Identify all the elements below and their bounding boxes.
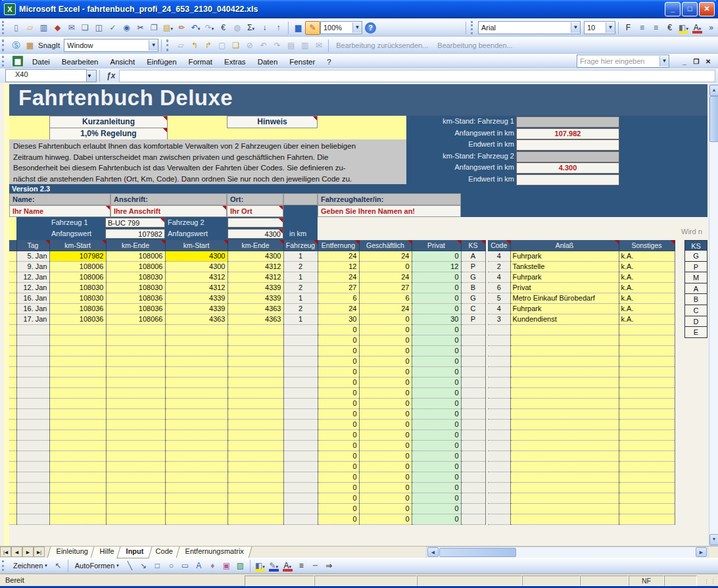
cell[interactable] — [488, 514, 510, 524]
cell[interactable] — [510, 451, 619, 461]
cell[interactable]: 0 — [359, 366, 412, 377]
cell[interactable]: 0 — [359, 440, 412, 451]
cell[interactable]: 30 — [318, 314, 359, 324]
cell[interactable] — [16, 482, 49, 493]
permissions-icon[interactable]: ◆ — [51, 22, 64, 34]
cell[interactable]: 4 — [488, 272, 510, 282]
cell[interactable] — [106, 461, 165, 472]
cell[interactable]: 0 — [412, 493, 461, 503]
column-header[interactable]: Anlaß — [510, 240, 619, 251]
cell[interactable] — [619, 366, 675, 377]
cell[interactable]: 4300 — [165, 251, 227, 261]
cell[interactable] — [461, 493, 485, 503]
cell[interactable] — [461, 345, 485, 356]
cell[interactable]: 0 — [359, 503, 412, 514]
cell[interactable] — [488, 387, 510, 398]
menu-fenster[interactable]: Fenster — [283, 56, 321, 68]
menu-ansicht[interactable]: Ansicht — [104, 56, 141, 68]
font-name-select[interactable]: Arial ▼ — [478, 21, 581, 34]
cell[interactable]: 24 — [359, 272, 412, 282]
cell[interactable]: 4312 — [227, 261, 283, 272]
cell[interactable] — [106, 366, 165, 377]
cell[interactable]: 24 — [318, 251, 359, 261]
cell[interactable]: 0 — [318, 461, 359, 472]
diagram-icon[interactable]: ♦ — [206, 560, 220, 572]
cell[interactable] — [49, 493, 106, 503]
cell[interactable] — [165, 493, 227, 503]
cell[interactable] — [510, 482, 619, 493]
cell[interactable] — [619, 482, 675, 493]
font-size-select[interactable]: 10 ▼ — [584, 21, 615, 34]
cell[interactable]: 30 — [412, 314, 461, 324]
column-header[interactable]: km-Start — [165, 240, 227, 251]
cell[interactable] — [227, 503, 283, 514]
save-copy-icon[interactable]: ▥ — [298, 39, 312, 52]
ks-legend-cell[interactable]: G — [684, 251, 707, 262]
cell[interactable]: 4363 — [227, 314, 283, 324]
cell[interactable] — [283, 345, 318, 356]
cell[interactable] — [49, 514, 106, 524]
cell[interactable] — [619, 493, 675, 503]
empty-header-cell[interactable] — [283, 193, 318, 205]
menu-format[interactable]: Format — [183, 56, 218, 68]
font-color-icon[interactable]: A▾ — [690, 22, 704, 34]
cell[interactable] — [488, 345, 510, 356]
cell[interactable]: 0 — [412, 419, 461, 429]
textbox-icon[interactable]: ▭ — [178, 560, 192, 572]
cell[interactable]: 0 — [412, 303, 461, 314]
cell[interactable] — [49, 472, 106, 482]
cell[interactable]: k.A. — [619, 272, 675, 282]
cell[interactable]: 4312 — [165, 272, 227, 282]
cell[interactable] — [488, 429, 510, 440]
cell[interactable]: 0 — [359, 472, 412, 482]
cell[interactable]: 0 — [318, 398, 359, 408]
cell[interactable] — [165, 503, 227, 514]
minimize-button[interactable]: _ — [665, 2, 681, 16]
menu-datei[interactable]: Datei — [26, 56, 56, 68]
undo-icon[interactable]: ↶▾ — [189, 22, 203, 34]
cell[interactable] — [165, 366, 227, 377]
strip-cell[interactable] — [9, 366, 16, 377]
cell[interactable]: 108036 — [49, 314, 106, 324]
cell[interactable] — [283, 377, 318, 387]
autosum-icon[interactable]: Σ▾ — [244, 22, 258, 34]
cell[interactable] — [488, 503, 510, 514]
vertical-scrollbar[interactable]: ▲ ▼ — [709, 84, 718, 546]
toolbar-grip[interactable] — [2, 21, 6, 34]
cell[interactable]: 1 — [283, 272, 318, 282]
cell[interactable]: 4 — [488, 251, 510, 261]
cell[interactable]: 108006 — [106, 261, 165, 272]
strip-cell[interactable] — [9, 314, 16, 324]
cell[interactable]: 0 — [359, 261, 412, 272]
cell[interactable]: Metro Einkauf Bürobedarf — [510, 293, 619, 303]
cell[interactable]: 4312 — [165, 282, 227, 293]
column-header[interactable]: km-Ende — [227, 240, 283, 251]
km-value-cell[interactable] — [516, 151, 619, 162]
cell[interactable]: 24 — [318, 303, 359, 314]
cell[interactable]: 4363 — [227, 303, 283, 314]
cell[interactable]: 4363 — [165, 314, 227, 324]
cell[interactable]: 108030 — [49, 282, 106, 293]
cell[interactable] — [106, 503, 165, 514]
scroll-down-icon[interactable]: ▼ — [709, 534, 718, 545]
fahrzeughalter-value-cell[interactable]: Geben Sie Ihren Namen an! — [318, 205, 461, 217]
cell[interactable]: 0 — [318, 514, 359, 524]
rectangle-icon[interactable]: □ — [151, 560, 164, 572]
cell[interactable] — [283, 366, 318, 377]
cell[interactable]: 108036 — [49, 303, 106, 314]
cell[interactable] — [16, 356, 49, 366]
cell[interactable] — [227, 345, 283, 356]
line-color-icon[interactable]: ✎▾ — [267, 560, 281, 572]
strip-cell[interactable] — [9, 217, 16, 240]
cell[interactable]: 0 — [412, 398, 461, 408]
cell[interactable] — [619, 429, 675, 440]
strip-cell[interactable] — [9, 503, 16, 514]
cell[interactable]: 108006 — [49, 261, 106, 272]
cell[interactable] — [461, 377, 485, 387]
strip-cell[interactable] — [9, 345, 16, 356]
last-sheet-button[interactable]: ▶| — [34, 547, 45, 557]
strip-cell[interactable] — [9, 408, 16, 419]
cell[interactable] — [283, 472, 318, 482]
hyperlink-icon[interactable]: ◍ — [230, 22, 244, 34]
cell[interactable]: 5 — [488, 293, 510, 303]
